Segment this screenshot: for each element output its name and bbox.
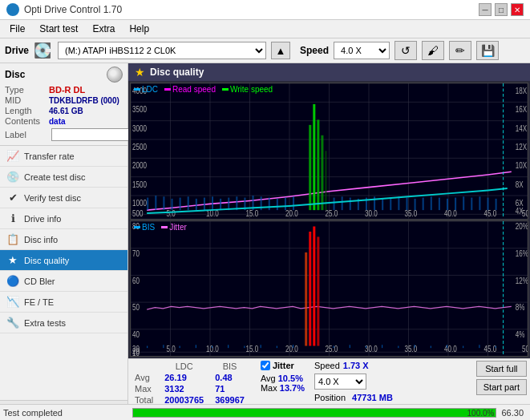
chart1-svg: 4000 3500 3000 2500 2000 1500 1000 500 1… [131,83,528,219]
drivebar: Drive 💽 (M:) ATAPI iHBS112 2 CL0K ▲ Spee… [0,38,530,63]
svg-text:12%: 12% [516,276,528,285]
svg-rect-56 [228,198,229,211]
jitter-max-val: 13.7% [280,383,305,393]
legend-jitter: Jitter [169,223,187,232]
sidebar-item-extra-tests[interactable]: 🔧 Extra tests [0,313,127,333]
minimize-button[interactable]: ─ [479,3,492,16]
maximize-button[interactable]: □ [495,3,508,16]
content-icon: ★ [135,66,145,79]
svg-rect-89 [487,198,488,211]
svg-rect-90 [496,199,497,210]
refresh-button[interactable]: ↺ [394,41,417,60]
svg-rect-64 [293,196,294,210]
svg-rect-82 [431,196,432,210]
svg-text:14X: 14X [516,124,527,133]
row-max-label: Max [131,383,161,394]
sidebar-label-disc-info: Disc info [24,235,58,244]
svg-text:3500: 3500 [132,105,147,114]
sidebar-item-fe-te[interactable]: 📉 FE / TE [0,292,127,313]
save-button[interactable]: 💾 [476,41,499,60]
menu-start-test[interactable]: Start test [33,22,84,36]
svg-rect-137 [147,345,148,348]
svg-text:20.0: 20.0 [285,345,298,353]
svg-rect-157 [496,345,496,348]
svg-rect-70 [334,198,335,211]
svg-rect-72 [350,198,351,211]
svg-text:12X: 12X [516,143,527,151]
speed-dropdown-select[interactable]: 4.0 X [314,374,366,390]
svg-text:35.0: 35.0 [404,209,417,218]
svg-rect-66 [313,104,315,210]
speed-select[interactable]: 4.0 X [334,42,390,59]
svg-text:10: 10 [132,349,140,356]
svg-rect-71 [342,196,343,210]
svg-rect-143 [244,345,245,348]
max-ldc: 3132 [161,383,212,394]
eject-button[interactable]: ▲ [271,42,290,59]
svg-rect-53 [204,198,205,211]
content-title: Disc quality [150,67,204,78]
disc-info-icon: 📋 [6,233,19,245]
jitter-max-label: Max [261,383,277,393]
start-part-button[interactable]: Start part [476,379,527,395]
contents-label: Contents [5,116,49,126]
sidebar-item-create-test-disc[interactable]: 💿 Create test disc [0,167,127,188]
content-header: ★ Disc quality [128,63,530,81]
svg-rect-151 [398,345,399,348]
sidebar-item-drive-info[interactable]: ℹ Drive info [0,208,127,229]
svg-rect-156 [479,345,479,348]
svg-text:500: 500 [132,209,143,218]
position-label: Position [314,393,346,402]
fe-te-icon: 📉 [6,296,19,308]
svg-rect-69 [325,151,326,210]
mid-label: MID [5,95,49,105]
legend-ldc: LDC [142,85,158,94]
menu-file[interactable]: File [3,22,31,36]
svg-rect-154 [447,345,447,348]
row-avg-label: Avg [131,372,161,383]
svg-rect-148 [350,345,350,348]
svg-text:25.0: 25.0 [325,345,338,353]
start-full-button[interactable]: Start full [476,361,527,377]
avg-bis: 0.48 [212,372,253,383]
svg-rect-48 [163,196,164,210]
paint-button[interactable]: 🖌 [422,41,444,60]
sidebar-item-transfer-rate[interactable]: 📈 Transfer rate [0,146,127,167]
svg-rect-61 [269,198,270,211]
progress-bar: 100.0% [132,408,496,418]
close-button[interactable]: ✕ [511,3,524,16]
menu-help[interactable]: Help [123,22,156,36]
svg-rect-86 [463,196,464,210]
jitter-checkbox[interactable] [261,361,270,370]
svg-text:8X: 8X [516,180,524,189]
sidebar-item-disc-quality[interactable]: ★ Disc quality [0,250,127,271]
chart2: BIS Jitter [130,220,528,357]
sidebar-item-cd-bler[interactable]: 🔵 CD Bler [0,271,127,292]
svg-rect-77 [390,198,391,211]
svg-rect-78 [398,196,399,210]
cd-bler-icon: 🔵 [6,275,19,287]
col-bis: BIS [212,361,253,372]
drive-select[interactable]: (M:) ATAPI iHBS112 2 CL0K [58,42,266,59]
length-label: Length [5,106,49,115]
svg-text:25.0: 25.0 [325,209,338,218]
svg-text:30.0: 30.0 [365,209,378,218]
svg-rect-63 [285,198,286,211]
position-value: 47731 MB [352,393,393,402]
svg-rect-155 [463,345,463,348]
disc-section: Disc Type BD-R DL MID TDKBLDRFB (000) Le… [0,63,127,146]
speed-label: Speed [300,45,329,56]
sidebar-label-create-test-disc: Create test disc [24,172,85,182]
menu-extra[interactable]: Extra [86,22,121,36]
col-ldc: LDC [161,361,212,372]
svg-rect-62 [277,199,278,210]
svg-text:50.0 GB: 50.0 GB [522,345,528,353]
svg-text:8%: 8% [516,303,525,312]
edit-button[interactable]: ✏ [449,41,471,60]
svg-rect-65 [309,125,311,210]
sidebar-item-verify-test-disc[interactable]: ✔ Verify test disc [0,188,127,208]
content-area: ★ Disc quality LDC Read speed [128,63,530,415]
sidebar-label-disc-quality: Disc quality [24,256,69,265]
svg-text:70: 70 [132,249,140,258]
sidebar-item-disc-info[interactable]: 📋 Disc info [0,229,127,250]
